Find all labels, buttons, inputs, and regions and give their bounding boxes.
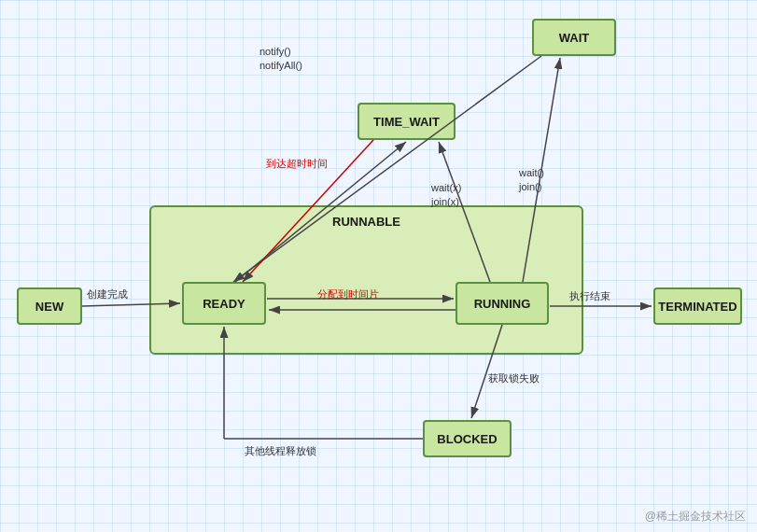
wait-state: WAIT bbox=[532, 19, 616, 56]
state-diagram: RUNNABLE NEW READY RUNNING TERMINATED WA… bbox=[0, 0, 757, 532]
blocked-state: BLOCKED bbox=[423, 420, 512, 457]
label-exec-end: 执行结束 bbox=[569, 289, 610, 303]
terminated-state: TERMINATED bbox=[653, 287, 742, 325]
label-lock-fail: 获取锁失败 bbox=[488, 371, 540, 385]
running-state: RUNNING bbox=[456, 282, 549, 325]
runnable-container: RUNNABLE bbox=[149, 205, 583, 355]
runnable-label: RUNNABLE bbox=[332, 215, 400, 229]
label-wait-join: wait() join() bbox=[519, 166, 544, 195]
label-create: 创建完成 bbox=[87, 287, 128, 301]
label-timeout: 到达超时时间 bbox=[266, 157, 328, 171]
watermark: @稀土掘金技术社区 bbox=[645, 509, 746, 525]
label-notify: notify() notifyAll() bbox=[259, 45, 302, 74]
new-state: NEW bbox=[17, 287, 82, 325]
label-wait-x: wait(x) join(x) bbox=[431, 181, 461, 210]
time-wait-state: TIME_WAIT bbox=[357, 103, 456, 140]
label-unlock: 其他线程释放锁 bbox=[245, 444, 316, 458]
ready-state: READY bbox=[182, 282, 266, 325]
label-time-slice: 分配到时间片 bbox=[317, 287, 379, 301]
